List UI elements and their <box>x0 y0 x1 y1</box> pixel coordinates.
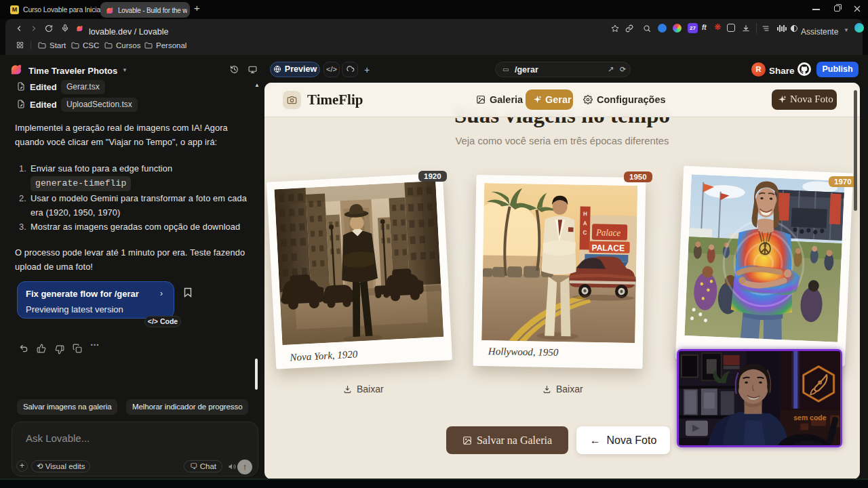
svg-text:H: H <box>583 211 587 217</box>
svg-text:A: A <box>583 220 587 226</box>
svg-text:PALACE: PALACE <box>592 243 625 253</box>
svg-text:Palace: Palace <box>595 227 620 238</box>
svg-text:C: C <box>583 230 587 236</box>
